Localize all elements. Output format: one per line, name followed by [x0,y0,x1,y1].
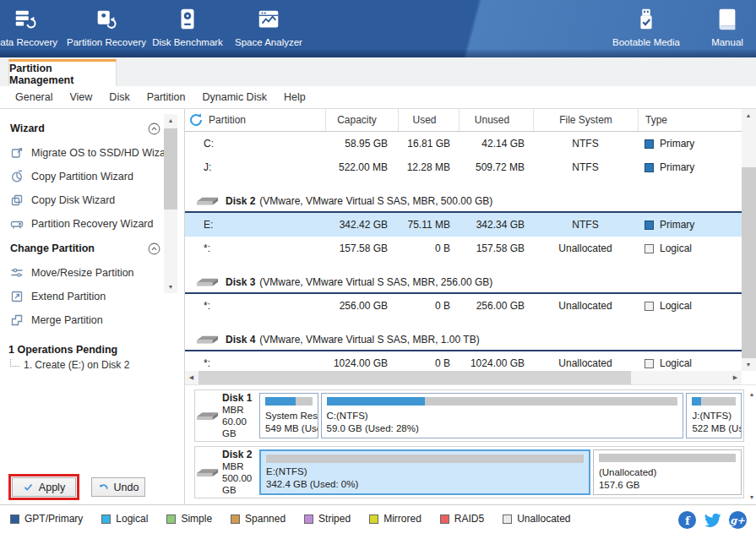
usage-bar [266,455,584,463]
table-row-partition-[interactable]: *:256.00 GB0 B256.00 GBUnallocatedLogica… [185,294,742,318]
partition-table-panel: PartitionCapacityUsedUnusedFile SystemTy… [185,109,756,384]
menu-item-dynamic-disk[interactable]: Dynamic Disk [194,88,275,106]
table-row-disk-header-disk-4[interactable]: Disk 4(VMware, VMware Virtual S SAS, MBR… [185,318,742,351]
scroll-down-icon[interactable]: ▼ [742,358,755,371]
sidebar-item-copy-partition-wizard[interactable]: Copy Partition Wizard [0,165,184,188]
menu-bar: GeneralViewDiskPartitionDynamic DiskHelp [0,86,756,109]
menu-item-help[interactable]: Help [275,88,314,106]
disk-icon [197,333,219,346]
type-cell: Primary [638,138,741,150]
section-title: Change Partition [10,242,148,254]
capacity-value: 157.58 GB [325,242,398,254]
sidebar-scrollbar[interactable]: ▲ ▼ [164,114,177,293]
menu-item-view[interactable]: View [61,88,101,106]
partition-recovery-wizard-icon [10,217,24,231]
capacity-value: 58.95 GB [325,138,398,150]
table-row-partition-[interactable]: *:157.58 GB0 B157.58 GBUnallocatedLogica… [185,237,742,260]
menu-item-general[interactable]: General [7,88,61,106]
diskmap-row-disk-2[interactable]: Disk 2MBR500.00 GBE:(NTFS)342.4 GB (Used… [194,446,744,498]
apply-button[interactable]: Apply [12,477,76,497]
scroll-left-icon[interactable]: ◀ [185,371,198,384]
capacity-value: 256.00 GB [325,300,398,312]
scroll-down-icon[interactable]: ▼ [745,491,756,504]
partition-label: E:(NTFS) [261,466,589,478]
table-vscrollbar-thumb[interactable] [742,167,756,358]
scroll-down-icon[interactable]: ▼ [164,280,177,293]
pending-operation-item[interactable]: 1. Create (E:) on Disk 2 [8,359,184,371]
diskmap-scrollbar[interactable]: ▲ ▼ [745,388,756,504]
sidebar-item-migrate-os-to-ssd-hd-wizard[interactable]: Migrate OS to SSD/HD Wizard [0,141,184,165]
table-row-partition-j[interactable]: J:522.00 MB12.28 MB509.72 MBNTFSPrimary [185,155,742,179]
table-row-disk-header-disk-3[interactable]: Disk 3(VMware, VMware Virtual S SAS, MBR… [185,260,742,294]
section-header-change-partition[interactable]: Change Partition [0,236,167,261]
sidebar-item-merge-partition[interactable]: Merge Partition [0,308,184,332]
sidebar-item-label: Migrate OS to SSD/HD Wizard [31,147,175,159]
diskmap-partition-c-ntfs[interactable]: C:(NTFS)59.0 GB (Used: 28%) [321,393,684,438]
toolbar-item-manual[interactable]: Manual [687,3,756,47]
section-header-wizard[interactable]: Wizard [0,116,167,141]
diskmap-partition-j-ntfs[interactable]: J:(NTFS)522 MB (Used: [686,393,742,438]
menu-item-disk[interactable]: Disk [101,88,138,106]
toolbar-item-space-analyzer[interactable]: Space Analyzer [228,3,309,47]
google-plus-icon[interactable]: g+ [728,510,748,530]
scroll-right-icon[interactable]: ▶ [729,371,742,384]
chevron-up-circle-icon[interactable] [148,242,160,255]
disk-icon [197,194,219,207]
table-horizontal-scrollbar[interactable]: ◀ ▶ [185,371,742,384]
table-row-partition-[interactable]: *:1024.00 GB0 B1024.00 GBUnallocatedLogi… [185,351,742,371]
diskmap-partition-system-reserved[interactable]: System Reserved549 MB (Used: [259,393,318,438]
used-value: 0 B [398,300,459,312]
table-row-partition-e[interactable]: E:342.42 GB75.11 MB342.34 GBNTFSPrimary [185,213,742,237]
scroll-up-icon[interactable]: ▲ [164,114,177,127]
sidebar-scrollbar-thumb[interactable] [164,128,177,210]
sidebar-item-extend-partition[interactable]: Extend Partition [0,285,184,308]
partition-name: *: [185,357,325,369]
table-hscrollbar-thumb[interactable] [199,371,631,384]
refresh-icon[interactable] [188,112,204,128]
table-row-disk-header-disk-2[interactable]: Disk 2(VMware, VMware Virtual S SAS, MBR… [185,179,742,213]
legend-swatch [101,514,111,524]
file-system-value: Unallocated [533,242,638,254]
toolbar-item-data-recovery[interactable]: Data Recovery [0,3,66,47]
diskmap-partition-e-ntfs[interactable]: E:(NTFS)342.4 GB (Used: 0%) [259,449,590,495]
toolbar-left-group: Data RecoveryPartition RecoveryDisk Benc… [0,3,309,47]
apply-highlight-box: Apply [8,474,79,500]
facebook-icon[interactable]: f [677,510,697,530]
file-system-value: NTFS [533,219,638,231]
capacity-value: 522.00 MB [325,161,398,173]
table-row-partition-c[interactable]: C:58.95 GB16.81 GB42.14 GBNTFSPrimary [185,132,742,155]
partition-size-label: 522 MB (Used: [687,422,741,438]
partition-label: C:(NTFS) [322,410,683,422]
file-system-value: NTFS [533,161,638,173]
toolbar-item-bootable-media[interactable]: Bootable Media [606,3,687,47]
partition-size-label: 59.0 GB (Used: 28%) [322,422,683,438]
used-value: 75.11 MB [398,219,459,231]
toolbar-item-partition-recovery[interactable]: Partition Recovery [66,3,147,47]
type-cell: Logical [638,242,741,254]
disk-icon [197,275,219,288]
menu-item-partition[interactable]: Partition [139,88,194,106]
toolbar-item-disk-benchmark[interactable]: Disk Benchmark [147,3,228,47]
move-resize-icon [10,266,24,280]
twitter-icon[interactable] [703,510,722,530]
copy-disk-icon [10,193,24,207]
partition-name: C: [185,138,325,150]
partition-size-label: 549 MB (Used: [260,422,318,438]
undo-button[interactable]: Undo [91,477,145,497]
table-vertical-scrollbar[interactable]: ▲ ▼ [742,109,756,371]
scroll-up-icon[interactable]: ▲ [742,109,755,122]
sidebar-item-copy-disk-wizard[interactable]: Copy Disk Wizard [0,188,184,212]
chevron-up-circle-icon[interactable] [148,122,160,135]
type-cell: Primary [638,161,741,173]
diskmap-row-disk-1[interactable]: Disk 1MBR60.00 GBSystem Reserved549 MB (… [194,389,744,442]
tab-partition-management[interactable]: Partition Management [8,59,117,86]
column-header-type: Type [638,109,741,131]
copy-partition-icon [10,170,24,183]
usage-bar [327,397,678,406]
scroll-up-icon[interactable]: ▲ [745,388,756,400]
diskmap-partition-unallocated[interactable]: (Unallocated)157.6 GB [593,449,742,495]
legend-swatch [10,514,19,524]
sidebar-item-move-resize-partition[interactable]: Move/Resize Partition [0,261,184,285]
sidebar-item-partition-recovery-wizard[interactable]: Partition Recovery Wizard [0,212,184,236]
file-system-value: Unallocated [533,357,638,369]
